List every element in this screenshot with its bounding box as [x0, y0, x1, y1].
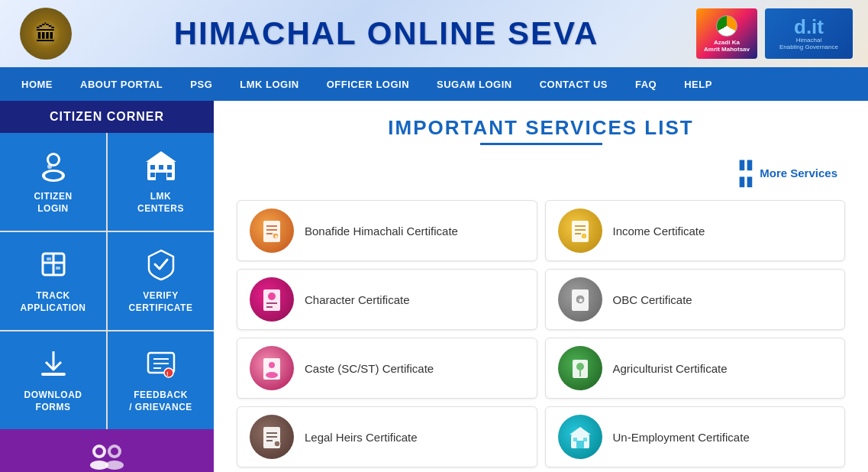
- sidebar: CITIZEN CORNER CITIZENLOGIN: [0, 101, 214, 472]
- svg-rect-9: [150, 173, 155, 177]
- service-unemployment[interactable]: Un-Employment Certificate: [545, 406, 846, 467]
- citizen-corner-header: CITIZEN CORNER: [0, 101, 214, 133]
- service-income[interactable]: Income Certificate: [545, 200, 846, 261]
- nav-about-portal[interactable]: ABOUT PORTAL: [66, 67, 176, 101]
- services-grid: ★ Bonafide Himachali Certificate Income …: [237, 200, 845, 467]
- service-legal-heirs[interactable]: Legal Heirs Certificate: [237, 406, 537, 467]
- more-services-link[interactable]: More Services: [760, 166, 837, 179]
- svg-point-29: [105, 461, 124, 470]
- agriculturist-label: Agriculturist Certificate: [613, 362, 728, 375]
- sidebar-grid: CITIZENLOGIN LMKCENTERS: [0, 133, 214, 429]
- azadi-badge: Azadi Ka Amrit Mahotsav: [696, 8, 757, 59]
- legal-heirs-label: Legal Heirs Certificate: [305, 431, 418, 444]
- svg-point-3: [45, 172, 62, 179]
- income-icon: [558, 209, 602, 253]
- nav-home[interactable]: HOME: [8, 67, 66, 101]
- feedback-grievance-label: FEEDBACK/ GRIEVANCE: [129, 390, 192, 413]
- main-container: CITIZEN CORNER CITIZENLOGIN: [0, 101, 868, 472]
- track-application-label: TRACKAPPLICATION: [21, 290, 86, 314]
- unemployment-label: Un-Employment Certificate: [613, 431, 750, 444]
- header-right-logos: Azadi Ka Amrit Mahotsav d.it HimachalEna…: [696, 8, 853, 59]
- more-services-row: ▮▮▮▮ More Services: [237, 156, 845, 189]
- page-title: IMPORTANT SERVICES LIST: [237, 116, 845, 140]
- lmk-centers-icon: [144, 148, 178, 186]
- svg-point-61: [274, 441, 280, 447]
- nav-help[interactable]: HELP: [670, 67, 726, 101]
- obc-icon: ★: [558, 277, 602, 322]
- svg-rect-16: [47, 257, 51, 260]
- svg-marker-12: [146, 151, 176, 162]
- svg-rect-7: [159, 165, 163, 170]
- character-icon: [250, 277, 294, 322]
- nav-officer-login[interactable]: OFFICER LOGIN: [313, 67, 423, 101]
- service-agriculturist[interactable]: Agriculturist Certificate: [545, 338, 846, 399]
- bonafide-label: Bonafide Himachali Certificate: [305, 225, 458, 238]
- sidebar-item-download-forms[interactable]: DOWNLOADFORMS: [0, 331, 106, 429]
- svg-rect-66: [583, 438, 587, 441]
- nav-lmk-login[interactable]: LMK LOGIN: [226, 67, 312, 101]
- svg-point-52: [266, 372, 278, 378]
- character-label: Character Certificate: [305, 293, 410, 306]
- sidebar-item-verify-certificate[interactable]: VERIFYCERTIFICATE: [108, 232, 214, 330]
- citizen-login-icon: [37, 148, 70, 186]
- emblem-logo: 🏛: [15, 7, 76, 60]
- svg-marker-63: [570, 427, 591, 435]
- svg-point-42: [581, 233, 587, 239]
- svg-rect-17: [56, 267, 60, 270]
- svg-point-24: [164, 368, 173, 377]
- caste-label: Caste (SC/ST) Certificate: [305, 362, 434, 375]
- caste-icon: [250, 346, 294, 390]
- azadi-text2: Amrit Mahotsav: [704, 46, 750, 53]
- azadi-text1: Azadi Ka: [714, 39, 740, 46]
- emblem-icon: 🏛: [20, 8, 72, 60]
- svg-point-4: [47, 164, 52, 169]
- download-forms-icon: [37, 347, 70, 385]
- title-underline: [480, 143, 602, 145]
- bonafide-icon: ★: [250, 209, 294, 253]
- main-nav: HOME ABOUT PORTAL PSG LMK LOGIN OFFICER …: [0, 67, 868, 101]
- nav-contact-us[interactable]: CONTACT US: [526, 67, 621, 101]
- verify-certificate-label: VERIFYCERTIFICATE: [129, 290, 193, 314]
- dit-badge: d.it HimachalEnabling Governance: [765, 8, 853, 59]
- svg-rect-18: [41, 373, 66, 376]
- service-obc[interactable]: ★ OBC Certificate: [545, 269, 846, 330]
- svg-rect-38: [572, 221, 589, 242]
- svg-point-30: [95, 448, 103, 455]
- flag-circle: [716, 15, 737, 37]
- dit-logo-text: d.it: [794, 17, 824, 37]
- svg-point-55: [576, 363, 584, 370]
- sidebar-bottom-support[interactable]: [0, 429, 214, 472]
- svg-rect-8: [167, 165, 172, 170]
- nav-psg[interactable]: PSG: [176, 67, 226, 101]
- svg-point-44: [268, 293, 276, 300]
- download-forms-label: DOWNLOADFORMS: [24, 390, 82, 413]
- header: 🏛 HIMACHAL ONLINE SEVA Azadi Ka Amrit Ma…: [0, 0, 868, 67]
- sidebar-item-lmk-centers[interactable]: LMKCENTERS: [108, 133, 214, 231]
- svg-point-2: [49, 155, 58, 164]
- sidebar-item-feedback-grievance[interactable]: ! FEEDBACK/ GRIEVANCE: [108, 331, 214, 429]
- dit-sub-text: HimachalEnabling Governance: [779, 37, 838, 50]
- main-content: IMPORTANT SERVICES LIST ▮▮▮▮ More Servic…: [214, 101, 868, 472]
- support-icon: [84, 436, 130, 472]
- income-label: Income Certificate: [613, 225, 705, 238]
- agriculturist-icon: [558, 346, 602, 390]
- service-character[interactable]: Character Certificate: [237, 269, 537, 330]
- service-caste[interactable]: Caste (SC/ST) Certificate: [237, 338, 537, 399]
- feedback-grievance-icon: !: [144, 347, 178, 385]
- legal-heirs-icon: [250, 415, 294, 459]
- sidebar-item-citizen-login[interactable]: CITIZENLOGIN: [0, 133, 106, 231]
- svg-point-51: [269, 362, 275, 368]
- svg-text:!: !: [166, 370, 169, 377]
- svg-rect-10: [167, 173, 172, 177]
- nav-sugam-login[interactable]: SUGAM LOGIN: [423, 67, 526, 101]
- obc-label: OBC Certificate: [613, 293, 692, 306]
- svg-text:★: ★: [578, 297, 584, 304]
- service-bonafide[interactable]: ★ Bonafide Himachali Certificate: [237, 200, 537, 261]
- nav-faq[interactable]: FAQ: [621, 67, 670, 101]
- svg-point-31: [111, 448, 118, 455]
- unemployment-icon: [558, 415, 602, 459]
- more-services-grid-icon: ▮▮▮▮: [738, 156, 753, 189]
- sidebar-item-track-application[interactable]: TRACKAPPLICATION: [0, 232, 106, 330]
- lmk-centers-label: LMKCENTERS: [137, 191, 184, 215]
- site-title: HIMACHAL ONLINE SEVA: [76, 15, 696, 52]
